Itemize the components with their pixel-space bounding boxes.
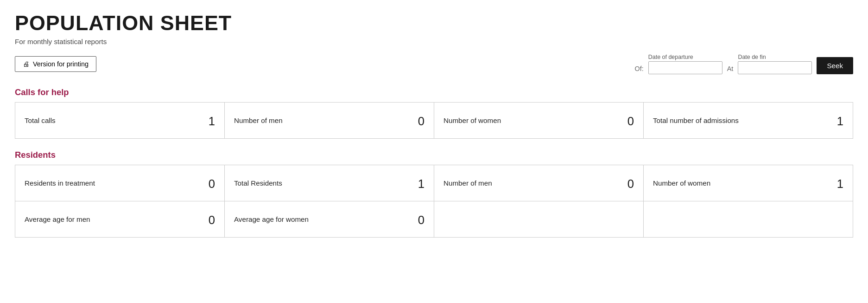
table-cell: Average age for men 0: [15, 201, 225, 238]
table-cell: Total Residents 1: [225, 165, 434, 201]
cell-label: Number of women: [653, 179, 710, 187]
cell-label: Average age for women: [234, 215, 309, 223]
cell-label: Number of men: [444, 179, 492, 187]
cell-label: Average age for men: [25, 215, 90, 223]
table-cell: Average age for women 0: [225, 201, 434, 238]
cell-value: 0: [418, 115, 424, 128]
cell-value: 0: [418, 213, 424, 227]
table-cell: [644, 201, 853, 238]
table-cell: [434, 201, 644, 238]
of-label: Of:: [635, 65, 644, 74]
table-cell: Number of women 0: [434, 103, 644, 139]
seek-button[interactable]: Seek: [817, 57, 853, 74]
cell-value: 0: [209, 213, 215, 227]
residents-section-title: Residents: [15, 150, 853, 160]
at-label: At: [727, 65, 734, 74]
table-cell: Total number of admissions 1: [644, 103, 853, 139]
page-subtitle: For monthly statistical reports: [15, 38, 853, 45]
cell-label: Residents in treatment: [25, 179, 95, 187]
calls-section-title: Calls for help: [15, 87, 853, 97]
table-cell: Number of women 1: [644, 165, 853, 201]
print-button-label: Version for printing: [33, 60, 89, 68]
fin-date-input[interactable]: [738, 61, 812, 74]
toolbar: 🖨 Version for printing Of: Date of depar…: [15, 54, 853, 74]
cell-value: 1: [209, 115, 215, 128]
fin-date-group: Date de fin: [738, 54, 812, 74]
cell-value: 0: [627, 177, 634, 191]
cell-value: 0: [627, 115, 634, 128]
date-controls: Of: Date of departure At Date de fin See…: [635, 54, 853, 74]
departure-date-label: Date of departure: [648, 54, 693, 60]
cell-value: 1: [418, 177, 424, 191]
cell-value: 1: [837, 177, 843, 191]
cell-label: Total Residents: [234, 179, 282, 187]
table-row: Average age for men 0 Average age for wo…: [15, 201, 853, 238]
table-cell: Number of men 0: [225, 103, 434, 139]
table-cell: Number of men 0: [434, 165, 644, 201]
cell-label: Total calls: [25, 116, 56, 124]
print-button[interactable]: 🖨 Version for printing: [15, 56, 96, 72]
departure-date-input[interactable]: [648, 61, 722, 74]
table-cell: Residents in treatment 0: [15, 165, 225, 201]
fin-date-label: Date de fin: [738, 54, 766, 60]
cell-label: Total number of admissions: [653, 116, 739, 124]
calls-row: Total calls 1 Number of men 0 Number of …: [15, 103, 853, 139]
table-row: Residents in treatment 0 Total Residents…: [15, 165, 853, 201]
printer-icon: 🖨: [23, 60, 29, 68]
cell-label: Number of men: [234, 116, 283, 124]
cell-value: 0: [209, 177, 215, 191]
cell-label: Number of women: [444, 116, 501, 124]
calls-table: Total calls 1 Number of men 0 Number of …: [15, 102, 853, 139]
table-cell: Total calls 1: [15, 103, 225, 139]
departure-date-group: Date of departure: [648, 54, 722, 74]
residents-table: Residents in treatment 0 Total Residents…: [15, 165, 853, 238]
page-title: POPULATION SHEET: [15, 11, 853, 35]
cell-value: 1: [837, 115, 843, 128]
